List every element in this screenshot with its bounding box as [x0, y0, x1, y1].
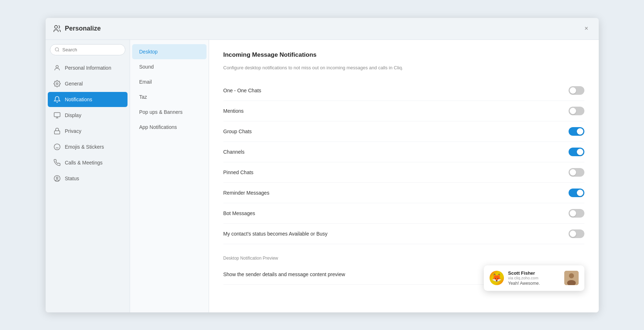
main-content: Personal Information General Notificatio…	[46, 40, 599, 312]
status-icon	[54, 175, 61, 182]
toggle-reminder-messages[interactable]	[569, 189, 584, 197]
toggle-label-channels: Channels	[223, 149, 245, 155]
phone-icon	[54, 159, 61, 166]
mid-panel: Desktop Sound Email Taz Pop ups & Banner…	[130, 40, 209, 312]
mid-item-email[interactable]: Email	[132, 74, 207, 89]
emoji-icon	[54, 143, 61, 150]
toggle-row-channels: Channels	[223, 142, 584, 162]
sidebar-item-emojis-stickers[interactable]: Emojis & Stickers	[48, 139, 128, 154]
preview-label: Desktop Notification Preview	[223, 256, 584, 261]
toggle-label-group-chats: Group Chats	[223, 129, 252, 134]
toggle-row-one-one-chats: One - One Chats	[223, 80, 584, 101]
mid-item-app-notifications[interactable]: App Notifications	[132, 120, 207, 135]
notif-avatar	[564, 271, 579, 285]
notif-message: Yeah! Awesome.	[508, 281, 560, 286]
svg-point-15	[569, 273, 574, 278]
sidebar-label-general: General	[65, 81, 83, 87]
svg-point-4	[56, 83, 58, 84]
sidebar-label-privacy: Privacy	[65, 128, 82, 134]
search-icon	[55, 47, 60, 52]
mid-item-desktop[interactable]: Desktop	[132, 44, 207, 59]
app-title: Personalize	[65, 25, 101, 32]
toggle-mentions[interactable]	[569, 107, 584, 115]
sidebar-label-emojis-stickers: Emojis & Stickers	[65, 144, 104, 150]
svg-point-12	[54, 175, 60, 181]
app-window: Personalize × Personal Information	[46, 18, 599, 312]
svg-point-13	[56, 177, 58, 178]
avatar-image	[564, 271, 579, 285]
svg-point-3	[56, 65, 58, 68]
svg-point-9	[54, 144, 60, 150]
notif-sender: Scott Fisher	[508, 270, 560, 276]
lock-icon	[54, 127, 61, 135]
toggle-row-reminder-messages: Reminder Messages	[223, 183, 584, 203]
toggle-group-chats[interactable]	[569, 127, 584, 136]
toggle-row-group-chats: Group Chats	[223, 121, 584, 142]
sidebar-item-personal-information[interactable]: Personal Information	[48, 60, 128, 75]
svg-point-0	[55, 25, 57, 28]
personalize-icon	[53, 24, 61, 33]
title-bar: Personalize ×	[46, 18, 599, 40]
toggle-label-bot-messages: Bot Messages	[223, 210, 255, 216]
toggle-bot-messages[interactable]	[569, 209, 584, 218]
sidebar-label-status: Status	[65, 176, 79, 181]
section-title: Incoming Message Notifications	[223, 51, 584, 59]
toggle-label-contact-status: My contact's status becomes Available or…	[223, 231, 328, 237]
toggle-label-pinned-chats: Pinned Chats	[223, 169, 254, 175]
toggle-label-mentions: Mentions	[223, 108, 244, 114]
content-area: Incoming Message Notifications Configure…	[209, 40, 599, 312]
svg-rect-8	[54, 131, 60, 134]
display-icon	[54, 112, 61, 119]
toggle-channels[interactable]	[569, 148, 584, 156]
toggle-label-preview: Show the sender details and message cont…	[223, 271, 345, 277]
toggle-contact-status[interactable]	[569, 229, 584, 238]
sidebar-label-personal-information: Personal Information	[65, 65, 111, 71]
mid-item-sound[interactable]: Sound	[132, 59, 207, 74]
toggle-label-reminder-messages: Reminder Messages	[223, 190, 269, 196]
search-box[interactable]	[50, 44, 125, 55]
notif-via: via cliq.zoho.com	[508, 276, 560, 280]
mid-item-popups-banners[interactable]: Pop ups & Banners	[132, 104, 207, 120]
sidebar-item-status[interactable]: Status	[48, 171, 128, 186]
close-button[interactable]: ×	[582, 24, 592, 34]
svg-line-2	[58, 51, 59, 52]
toggle-row-pinned-chats: Pinned Chats	[223, 162, 584, 183]
title-bar-left: Personalize	[53, 24, 101, 33]
gear-icon	[54, 80, 61, 87]
sidebar: Personal Information General Notificatio…	[46, 40, 130, 312]
svg-rect-5	[54, 112, 60, 117]
toggle-label-one-one-chats: One - One Chats	[223, 88, 261, 93]
sidebar-label-notifications: Notifications	[65, 97, 92, 102]
firefox-icon: 🦊	[490, 271, 504, 285]
sidebar-item-general[interactable]: General	[48, 76, 128, 91]
toggle-row-mentions: Mentions	[223, 101, 584, 121]
mid-item-taz[interactable]: Taz	[132, 89, 207, 104]
svg-point-1	[55, 48, 58, 51]
sidebar-item-calls-meetings[interactable]: Calls & Meetings	[48, 155, 128, 170]
toggle-one-one-chats[interactable]	[569, 86, 584, 95]
notif-content: Scott Fisher via cliq.zoho.com Yeah! Awe…	[508, 270, 560, 286]
section-desc: Configure desktop notifications to not m…	[223, 65, 584, 70]
sidebar-item-notifications[interactable]: Notifications	[48, 92, 128, 107]
sidebar-item-privacy[interactable]: Privacy	[48, 124, 128, 139]
sidebar-label-display: Display	[65, 112, 82, 118]
bell-icon	[54, 96, 61, 103]
sidebar-item-display[interactable]: Display	[48, 108, 128, 123]
toggle-pinned-chats[interactable]	[569, 168, 584, 177]
sidebar-label-calls-meetings: Calls & Meetings	[65, 160, 103, 166]
person-icon	[54, 64, 61, 71]
search-input[interactable]	[62, 47, 121, 52]
toggle-row-contact-status: My contact's status becomes Available or…	[223, 224, 584, 244]
notification-popup: 🦊 Scott Fisher via cliq.zoho.com Yeah! A…	[484, 265, 584, 291]
toggle-row-bot-messages: Bot Messages	[223, 203, 584, 224]
